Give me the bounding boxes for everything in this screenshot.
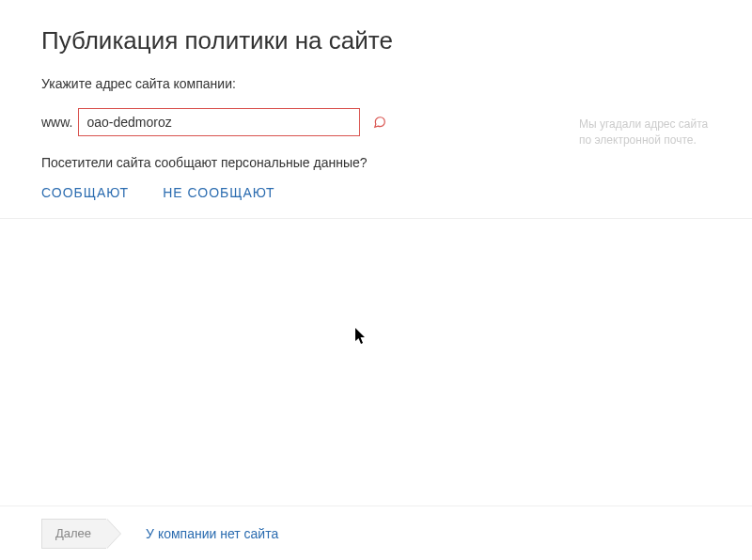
page-title: Публикация политики на сайте [41, 26, 711, 55]
answer-no-button[interactable]: НЕ СООБЩАЮТ [163, 185, 274, 200]
section-divider [0, 218, 752, 219]
www-prefix-label: www. [41, 115, 72, 130]
next-button-label: Далее [55, 526, 91, 540]
site-address-input[interactable] [78, 108, 360, 136]
footer-bar: Далее У компании нет сайта [0, 506, 752, 560]
comment-icon[interactable] [373, 116, 386, 129]
answer-yes-button[interactable]: СООБЩАЮТ [41, 185, 129, 200]
no-site-link[interactable]: У компании нет сайта [146, 526, 278, 541]
site-address-prompt: Укажите адрес сайта компании: [41, 76, 711, 91]
personal-data-question: Посетители сайта сообщают персональные д… [41, 155, 711, 170]
hint-text: Мы угадали адрес сайта по электронной по… [579, 117, 711, 148]
action-row: СООБЩАЮТ НЕ СООБЩАЮТ [41, 185, 711, 200]
cursor-icon [355, 328, 368, 349]
next-button[interactable]: Далее [41, 519, 106, 549]
